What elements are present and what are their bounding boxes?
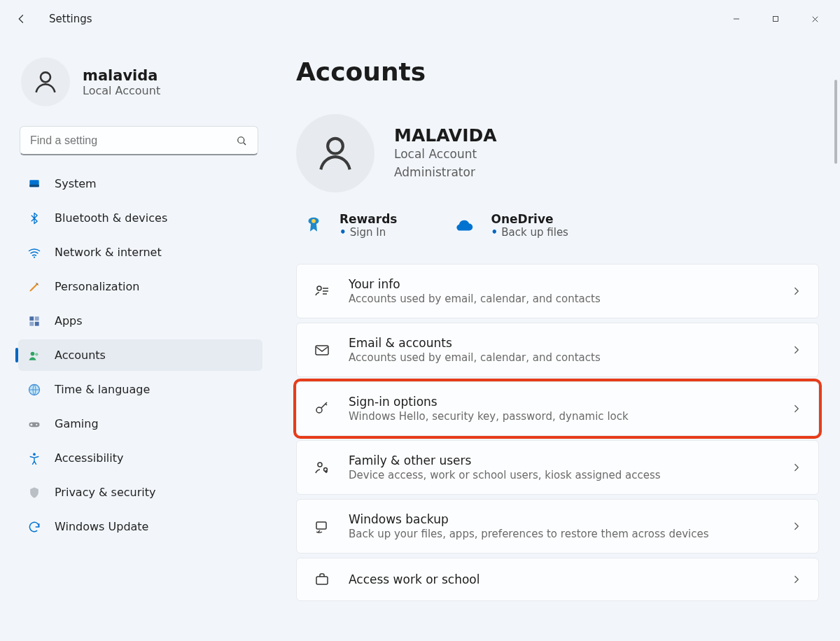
close-icon <box>810 14 820 24</box>
sidebar: malavida Local Account SystemBluetooth &… <box>0 38 276 641</box>
your-info-icon <box>314 283 330 300</box>
back-icon <box>15 13 28 25</box>
nav-item-label: Network & internet <box>55 246 162 259</box>
system-icon <box>27 177 41 191</box>
nav-item-apps[interactable]: Apps <box>18 305 262 337</box>
maximize-icon <box>771 14 780 24</box>
chevron-right-icon <box>790 402 803 415</box>
key-icon <box>314 400 330 417</box>
tile-rewards[interactable]: RewardsSign In <box>302 212 397 239</box>
card-email[interactable]: Email & accountsAccounts used by email, … <box>296 323 819 377</box>
nav-item-system[interactable]: System <box>18 168 262 199</box>
nav-item-bluetooth[interactable]: Bluetooth & devices <box>18 202 262 234</box>
cloud-icon <box>454 215 475 236</box>
family-icon <box>314 459 330 476</box>
nav-item-label: Privacy & security <box>55 486 155 499</box>
card-sub: Device access, work or school users, kio… <box>349 469 774 481</box>
apps-icon <box>27 314 41 328</box>
mail-icon <box>314 341 330 358</box>
card-sub: Accounts used by email, calendar, and co… <box>349 351 774 364</box>
hero-role: Administrator <box>394 164 497 182</box>
tiles-row: RewardsSign InOneDriveBack up files <box>296 212 819 239</box>
nav-item-label: Accessibility <box>55 451 123 465</box>
settings-cards: Your infoAccounts used by email, calenda… <box>296 264 819 601</box>
card-backup[interactable]: Windows backupBack up your files, apps, … <box>296 499 819 554</box>
chevron-right-icon <box>790 285 803 297</box>
hero-account-type: Local Account <box>394 146 497 164</box>
card-family[interactable]: Family & other usersDevice access, work … <box>296 440 819 495</box>
account-hero: MALAVIDA Local Account Administrator <box>296 114 819 192</box>
person-icon <box>31 68 59 96</box>
search-icon <box>235 134 248 147</box>
maximize-button[interactable] <box>756 4 795 34</box>
nav-item-gaming[interactable]: Gaming <box>18 408 262 439</box>
card-sub: Back up your files, apps, preferences to… <box>349 528 774 540</box>
tile-title: Rewards <box>340 212 397 226</box>
minimize-icon <box>732 14 741 24</box>
brush-icon <box>27 280 41 294</box>
hero-avatar <box>296 114 374 192</box>
sidebar-user-type: Local Account <box>83 84 160 97</box>
scrollbar-thumb[interactable] <box>834 80 837 164</box>
search-input[interactable] <box>30 134 235 147</box>
gamepad-icon <box>27 417 41 431</box>
nav-item-label: System <box>55 177 97 190</box>
search-box[interactable] <box>20 126 258 155</box>
nav-item-accessibility[interactable]: Accessibility <box>18 442 262 474</box>
nav-item-time[interactable]: Time & language <box>18 374 262 405</box>
card-your-info[interactable]: Your infoAccounts used by email, calenda… <box>296 264 819 318</box>
nav-list: SystemBluetooth & devicesNetwork & inter… <box>15 168 262 542</box>
update-icon <box>27 520 41 534</box>
hero-name: MALAVIDA <box>394 125 497 146</box>
nav-item-label: Gaming <box>55 417 99 430</box>
briefcase-icon <box>314 571 330 588</box>
nav-item-label: Personalization <box>55 280 139 293</box>
sidebar-user-name: malavida <box>83 67 160 84</box>
page-title: Accounts <box>296 57 819 86</box>
nav-item-network[interactable]: Network & internet <box>18 237 262 268</box>
backup-icon <box>314 518 330 535</box>
card-sub: Accounts used by email, calendar, and co… <box>349 293 774 305</box>
tile-sub: Back up files <box>491 226 568 239</box>
minimize-button[interactable] <box>717 4 756 34</box>
content-panel: Accounts MALAVIDA Local Account Administ… <box>276 38 840 641</box>
rewards-icon <box>303 215 324 236</box>
chevron-right-icon <box>790 573 803 586</box>
accounts-icon <box>27 348 41 362</box>
chevron-right-icon <box>790 520 803 533</box>
tile-title: OneDrive <box>491 212 568 226</box>
nav-item-update[interactable]: Windows Update <box>18 511 262 542</box>
title-bar: Settings <box>0 0 840 38</box>
nav-item-accounts[interactable]: Accounts <box>18 339 262 371</box>
nav-item-privacy[interactable]: Privacy & security <box>18 477 262 508</box>
avatar <box>21 57 70 106</box>
chevron-right-icon <box>790 344 803 356</box>
card-sub: Windows Hello, security key, password, d… <box>349 410 774 423</box>
bluetooth-icon <box>27 211 41 225</box>
shield-icon <box>27 486 41 500</box>
nav-item-label: Bluetooth & devices <box>55 211 167 225</box>
person-icon <box>314 132 357 175</box>
globe-icon <box>27 383 41 397</box>
close-button[interactable] <box>795 4 834 34</box>
card-title: Sign-in options <box>349 395 774 409</box>
wifi-icon <box>27 246 41 260</box>
nav-item-label: Time & language <box>55 383 150 396</box>
tile-sub: Sign In <box>340 226 397 239</box>
nav-item-label: Apps <box>55 314 83 327</box>
card-title: Access work or school <box>349 572 774 586</box>
tile-onedrive[interactable]: OneDriveBack up files <box>453 212 568 239</box>
sidebar-user[interactable]: malavida Local Account <box>15 57 262 106</box>
card-work[interactable]: Access work or school <box>296 558 819 601</box>
card-title: Windows backup <box>349 512 774 526</box>
card-signin[interactable]: Sign-in optionsWindows Hello, security k… <box>296 381 819 436</box>
window-title: Settings <box>49 13 92 25</box>
card-title: Email & accounts <box>349 336 774 350</box>
chevron-right-icon <box>790 461 803 474</box>
nav-item-personalization[interactable]: Personalization <box>18 271 262 302</box>
card-title: Your info <box>349 277 774 291</box>
nav-item-label: Accounts <box>55 348 106 362</box>
card-title: Family & other users <box>349 453 774 467</box>
back-button[interactable] <box>15 13 36 25</box>
nav-item-label: Windows Update <box>55 520 148 533</box>
